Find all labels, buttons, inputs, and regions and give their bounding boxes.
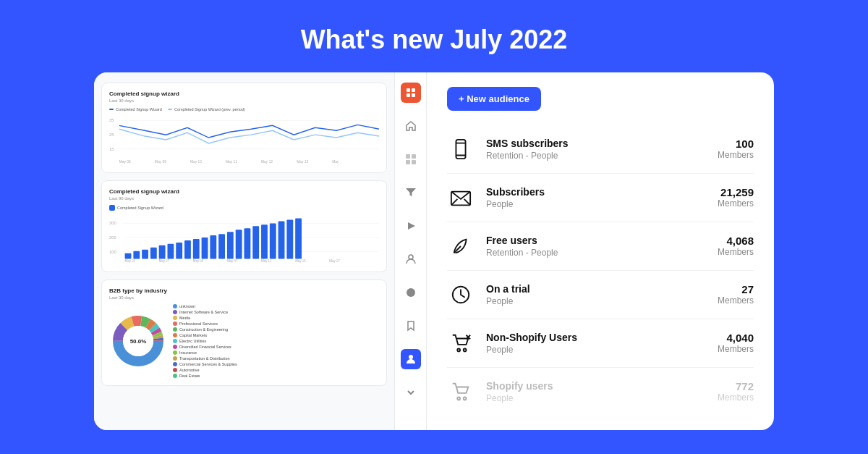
page-title: What's new July 2022 [301, 25, 568, 55]
donut-chart-subtitle: Last 30 days [109, 295, 379, 300]
audience-number-non-shopify: 4,040 [718, 332, 754, 344]
new-audience-button[interactable]: + New audience [447, 87, 541, 111]
svg-text:May 12: May 12 [261, 160, 273, 164]
svg-rect-26 [184, 240, 191, 258]
svg-line-77 [464, 198, 470, 204]
audience-count-subscribers: 21,259 Members [718, 186, 754, 209]
sidebar-bookmark-icon[interactable] [401, 316, 421, 336]
svg-text:May 13: May 13 [297, 160, 308, 164]
svg-rect-67 [406, 160, 410, 164]
svg-text:300: 300 [109, 221, 117, 225]
svg-text:100: 100 [109, 249, 117, 253]
sidebar-chevron-down-icon[interactable] [401, 382, 421, 403]
line-chart-block: Completed signup wizard Last 30 days Com… [101, 83, 387, 173]
svg-rect-33 [244, 228, 251, 258]
audience-name-sms-subscribers: SMS subscribers [486, 138, 706, 149]
line-legend-1: Completed Signup Wizard [109, 107, 162, 112]
audience-icon-subscribers [447, 184, 475, 211]
audience-name-free-users: Free users [486, 235, 706, 246]
audience-sub-subscribers: People [486, 199, 706, 209]
main-card: Completed signup wizard Last 30 days Com… [94, 72, 774, 430]
line-chart-title: Completed signup wizard [109, 91, 379, 97]
audience-count-on-a-trial: 27 Members [718, 283, 754, 306]
sidebar-app-icon[interactable] [401, 83, 421, 103]
line-chart-subtitle: Last 30 days [109, 98, 379, 103]
svg-text:May 03: May 03 [193, 259, 204, 263]
audience-number-on-a-trial: 27 [718, 283, 754, 295]
svg-rect-32 [236, 230, 242, 258]
sidebar [394, 72, 426, 430]
bar-chart-svg: 300 200 100 [109, 214, 379, 264]
svg-rect-68 [412, 160, 416, 164]
svg-text:50.0%: 50.0% [130, 338, 147, 345]
svg-text:May 07: May 07 [227, 259, 238, 263]
sidebar-play-icon[interactable] [401, 216, 421, 236]
svg-rect-24 [167, 243, 174, 258]
audience-name-shopify-users: Shopify users [486, 380, 706, 392]
audience-item-free-users[interactable]: Free users Retention - People 4,068 Memb… [447, 222, 754, 271]
audience-icon-sms-subscribers [447, 135, 475, 163]
donut-chart-block: B2B type by industry Last 30 days [101, 279, 387, 386]
audience-info-shopify-users: Shopify users People [486, 380, 706, 403]
audience-members-subscribers: Members [718, 198, 754, 209]
svg-point-79 [457, 348, 460, 351]
svg-text:200: 200 [109, 235, 117, 240]
bar-legend-1: Completed Signup Wizard [109, 205, 163, 211]
audience-sub-non-shopify: People [486, 345, 706, 355]
svg-rect-27 [193, 239, 200, 258]
audience-name-on-a-trial: On a trial [486, 283, 706, 295]
bar-chart-subtitle: Last 90 days [109, 196, 379, 201]
svg-text:May 12: May 12 [190, 160, 202, 164]
svg-text:15: 15 [109, 146, 114, 151]
audience-item-shopify-users[interactable]: Shopify users People 772 Members [447, 368, 754, 416]
svg-rect-20 [133, 251, 140, 258]
audience-members-sms-subscribers: Members [718, 150, 754, 160]
donut-legend: unknown Internet Software & Service Medi… [173, 304, 379, 378]
audience-number-sms-subscribers: 100 [718, 138, 754, 150]
audience-info-sms-subscribers: SMS subscribers Retention - People [486, 138, 706, 161]
bar-chart-block: Completed signup wizard Last 90 days Com… [101, 180, 387, 272]
audience-number-shopify-users: 772 [718, 380, 754, 392]
svg-text:May 17: May 17 [329, 259, 340, 263]
sidebar-user-icon[interactable] [401, 249, 421, 269]
svg-rect-39 [295, 218, 302, 258]
audience-count-shopify-users: 772 Members [718, 380, 754, 403]
svg-rect-36 [270, 223, 276, 258]
audience-members-free-users: Members [718, 247, 754, 257]
audience-item-sms-subscribers[interactable]: SMS subscribers Retention - People 100 M… [447, 125, 754, 174]
svg-rect-28 [202, 237, 208, 258]
bar-chart-title: Completed signup wizard [109, 188, 379, 195]
audience-number-subscribers: 21,259 [718, 186, 754, 198]
audience-icon-non-shopify [447, 329, 475, 357]
svg-text:May 09: May 09 [155, 160, 166, 164]
svg-rect-23 [159, 245, 166, 258]
svg-text:May: May [332, 160, 339, 164]
svg-text:25: 25 [109, 133, 114, 137]
sidebar-funnel-icon[interactable] [401, 182, 421, 203]
svg-rect-25 [176, 242, 182, 258]
svg-point-71 [409, 355, 413, 359]
audience-sub-free-users: Retention - People [486, 248, 706, 258]
svg-rect-63 [407, 93, 410, 97]
svg-rect-38 [286, 219, 293, 258]
svg-rect-65 [406, 154, 410, 159]
audience-name-subscribers: Subscribers [486, 186, 706, 198]
svg-rect-37 [278, 221, 285, 258]
svg-rect-21 [142, 249, 148, 258]
svg-point-80 [464, 348, 467, 351]
sidebar-circle-icon[interactable] [401, 282, 421, 303]
svg-text:May 11: May 11 [226, 160, 237, 164]
audience-item-on-a-trial[interactable]: On a trial People 27 Members [447, 271, 754, 319]
svg-rect-35 [261, 224, 268, 258]
right-panel: + New audience SMS subscribers Retention… [427, 72, 774, 430]
svg-text:May 15: May 15 [295, 259, 306, 263]
svg-rect-66 [412, 154, 416, 159]
svg-rect-64 [412, 93, 415, 97]
svg-rect-30 [218, 234, 225, 258]
sidebar-home-icon[interactable] [401, 116, 421, 136]
audience-item-non-shopify[interactable]: Non-Shopify Users People 4,040 Members [447, 319, 754, 368]
audience-sub-on-a-trial: People [486, 296, 706, 306]
audience-item-subscribers[interactable]: Subscribers People 21,259 Members [447, 174, 754, 222]
sidebar-person-icon[interactable] [401, 349, 421, 369]
sidebar-dashboard-icon[interactable] [401, 149, 421, 169]
